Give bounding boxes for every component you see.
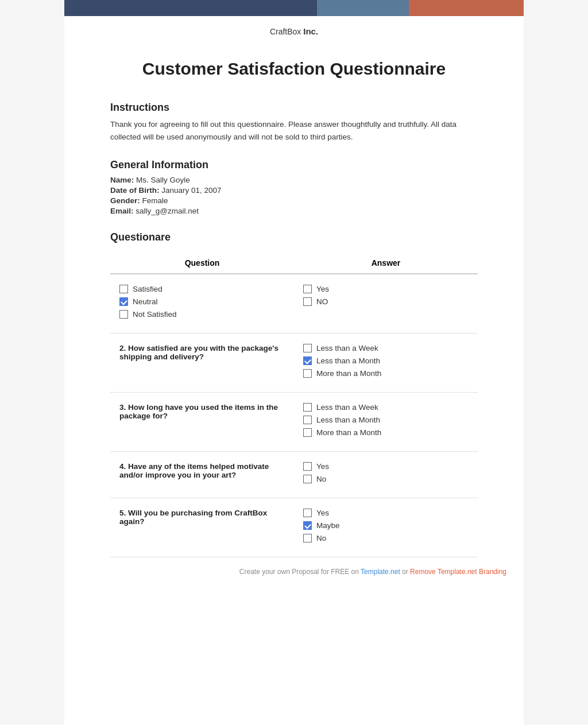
checkbox-icon[interactable]	[303, 534, 312, 542]
col-answer: Answer	[294, 253, 478, 274]
q2-month-label: Less than a Month	[316, 356, 380, 365]
questionnaire-section: Questionare Question Answer Satisfie	[110, 231, 478, 557]
q1-neutral-label: Neutral	[133, 297, 158, 306]
dob-label: Date of Birth:	[110, 186, 160, 195]
gender-label: Gender:	[110, 196, 140, 205]
q1-satisfied: Satisfied	[119, 285, 285, 293]
dob-value: January 01, 2007	[161, 186, 221, 195]
q4-text: 4. Have any of the items helped motivate…	[110, 452, 294, 498]
q1-not-satisfied: Not Satisfied	[119, 310, 285, 319]
q2-week: Less than a Week	[303, 344, 469, 352]
info-gender: Gender: Female	[110, 196, 478, 205]
header-bar	[64, 0, 524, 16]
q1-no: NO	[303, 297, 469, 306]
q5-no: No	[303, 534, 469, 542]
checkbox-icon[interactable]	[303, 297, 312, 306]
q3-answers: Less than a Week Less than a Month More …	[294, 393, 478, 452]
q1-yes-label: Yes	[316, 285, 329, 293]
col-question: Question	[110, 253, 294, 274]
checkbox-icon-checked[interactable]	[303, 356, 312, 365]
checkbox-icon[interactable]	[119, 285, 128, 293]
q1-not-satisfied-label: Not Satisfied	[133, 310, 177, 319]
checkbox-icon[interactable]	[303, 428, 312, 437]
name-value: Ms. Sally Goyle	[136, 176, 190, 184]
checkbox-icon[interactable]	[303, 475, 312, 483]
checkbox-icon-checked[interactable]	[119, 297, 128, 306]
q2-month: Less than a Month	[303, 356, 469, 365]
q3-month: Less than a Month	[303, 416, 469, 424]
footer-text: Create your own Proposal for FREE on	[239, 568, 359, 576]
email-label: Email:	[110, 207, 134, 215]
q5-maybe: Maybe	[303, 521, 469, 530]
company-name-plain: CraftBox	[270, 27, 301, 36]
email-value: sally_g@zmail.net	[136, 207, 199, 215]
q3-week: Less than a Week	[303, 403, 469, 412]
questionnaire-table: Question Answer Satisfied	[110, 253, 478, 557]
q2-week-label: Less than a Week	[316, 344, 378, 352]
table-row: 5. Will you be purchasing from CraftBox …	[110, 498, 478, 557]
checkbox-icon[interactable]	[303, 509, 312, 517]
q4-no-label: No	[316, 475, 326, 483]
company-name: CraftBox Inc.	[64, 16, 524, 42]
q5-text: 5. Will you be purchasing from CraftBox …	[110, 498, 294, 557]
q1-left: Satisfied Neutral Not Satisfied	[110, 274, 294, 334]
q5-yes-label: Yes	[316, 509, 329, 517]
q4-no: No	[303, 475, 469, 483]
q5-yes: Yes	[303, 509, 469, 517]
gender-value: Female	[142, 196, 168, 205]
info-email: Email: sally_g@zmail.net	[110, 207, 478, 215]
table-row: 2. How satisfied are you with the packag…	[110, 334, 478, 393]
checkbox-icon[interactable]	[303, 285, 312, 293]
footer-link-remove[interactable]: Remove Template.net Branding	[410, 568, 506, 576]
q3-month-label: Less than a Month	[316, 416, 380, 424]
checkbox-icon[interactable]	[119, 310, 128, 319]
q3-more-month-label: More than a Month	[316, 428, 381, 437]
instructions-heading: Instructions	[110, 102, 478, 114]
q1-right: Yes NO	[294, 274, 478, 334]
q3-text: 3. How long have you used the items in t…	[110, 393, 294, 452]
checkbox-icon[interactable]	[303, 462, 312, 471]
q5-maybe-label: Maybe	[316, 521, 340, 530]
q2-answers: Less than a Week Less than a Month More …	[294, 334, 478, 393]
checkbox-icon[interactable]	[303, 344, 312, 352]
footer-separator: or	[402, 568, 408, 576]
page-title: Customer Satisfaction Questionnaire	[64, 42, 524, 102]
checkbox-icon[interactable]	[303, 403, 312, 412]
header-bar-mid	[317, 0, 409, 16]
q4-yes: Yes	[303, 462, 469, 471]
q2-more-month: More than a Month	[303, 369, 469, 378]
checkbox-icon[interactable]	[303, 416, 312, 424]
q3-more-month: More than a Month	[303, 428, 469, 437]
q5-no-label: No	[316, 534, 326, 542]
questionnaire-heading: Questionare	[110, 231, 478, 243]
page: CraftBox Inc. Customer Satisfaction Ques…	[64, 0, 524, 725]
footer: Create your own Proposal for FREE on Tem…	[64, 557, 524, 581]
info-name: Name: Ms. Sally Goyle	[110, 176, 478, 184]
instructions-text: Thank you for agreeing to fill out this …	[110, 118, 478, 143]
q1-yes: Yes	[303, 285, 469, 293]
q1-satisfied-label: Satisfied	[133, 285, 163, 293]
info-dob: Date of Birth: January 01, 2007	[110, 186, 478, 195]
checkbox-icon-checked[interactable]	[303, 521, 312, 530]
q3-week-label: Less than a Week	[316, 403, 378, 412]
q5-answers: Yes Maybe No	[294, 498, 478, 557]
general-info-heading: General Information	[110, 159, 478, 171]
header-bar-left	[64, 0, 317, 16]
checkbox-icon[interactable]	[303, 369, 312, 378]
q1-no-label: NO	[316, 297, 328, 306]
content: Instructions Thank you for agreeing to f…	[64, 102, 524, 557]
name-label: Name:	[110, 176, 134, 184]
footer-link-template[interactable]: Template.net	[361, 568, 400, 576]
table-row: Satisfied Neutral Not Satisfied	[110, 274, 478, 334]
table-row: 4. Have any of the items helped motivate…	[110, 452, 478, 498]
q1-neutral: Neutral	[119, 297, 285, 306]
table-row: 3. How long have you used the items in t…	[110, 393, 478, 452]
q4-yes-label: Yes	[316, 462, 329, 471]
general-info: General Information Name: Ms. Sally Goyl…	[110, 159, 478, 215]
q2-text: 2. How satisfied are you with the packag…	[110, 334, 294, 393]
header-bar-right	[409, 0, 524, 16]
company-name-bold: Inc.	[303, 26, 318, 36]
q4-answers: Yes No	[294, 452, 478, 498]
q2-more-month-label: More than a Month	[316, 369, 381, 378]
